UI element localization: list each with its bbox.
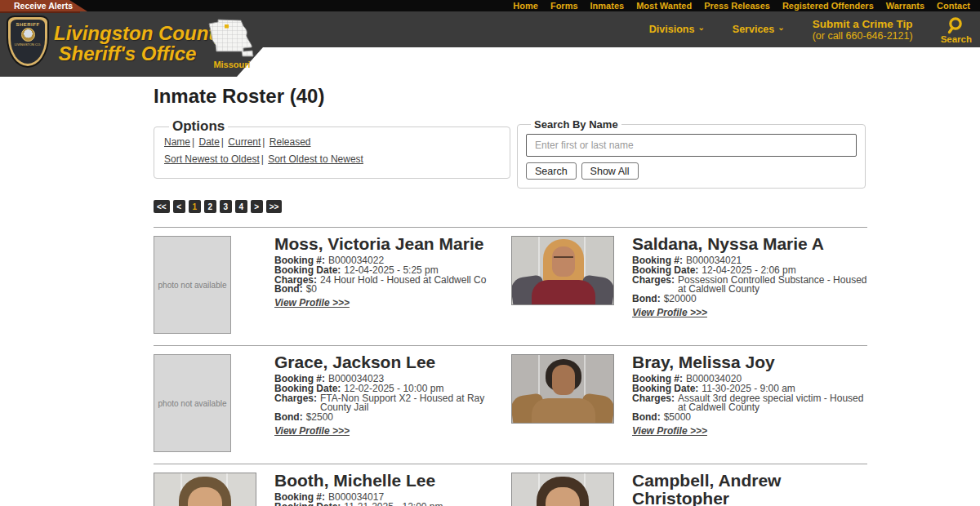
charges: Possession Controlled Substance - Housed… (678, 276, 867, 295)
inmate-name: Campbell, Andrew Christopher (632, 472, 867, 506)
bond: $5000 (664, 413, 691, 423)
inmate-photo (154, 473, 256, 506)
inmate-entry: Saldana, Nyssa Marie A Booking #:B000034… (511, 235, 867, 345)
sort-newest-link[interactable]: Sort Newest to Oldest (164, 153, 265, 165)
inmate-name: Booth, Michelle Lee (274, 472, 511, 490)
org-title: Livingston County Sheriff's Office (54, 23, 201, 64)
view-profile-link[interactable]: View Profile >>> (274, 297, 350, 308)
nav-warrants[interactable]: Warrants (886, 0, 924, 11)
inmate-entry: photo not available Grace, Jackson Lee B… (154, 353, 511, 464)
inmate-entry: photo not available Moss, Victoria Jean … (154, 235, 511, 345)
page-first-button[interactable]: << (154, 200, 170, 213)
receive-alerts-button[interactable]: Receive Alerts (0, 0, 90, 11)
inmate-photo (511, 473, 614, 506)
options-box: Options Name Date Current Released Sort … (154, 118, 510, 179)
inmate-name: Moss, Victoria Jean Marie (274, 235, 511, 253)
roster-row: Booth, Michelle Lee Booking #:B000034017… (154, 464, 867, 506)
page-2-button[interactable]: 2 (204, 200, 216, 213)
filter-released-link[interactable]: Released (270, 136, 311, 148)
sheriff-badge-icon: SHERIFF LIVINGSTON CO. (7, 16, 49, 68)
bond: $0 (306, 285, 317, 295)
inmate-name: Bray, Melissa Joy (632, 353, 867, 371)
sort-links: Sort Newest to Oldest Sort Oldest to New… (164, 153, 500, 165)
view-profile-link[interactable]: View Profile >>> (274, 425, 350, 437)
page-prev-button[interactable]: < (173, 200, 185, 213)
charges: 24 Hour Hold - Housed at Caldwell Co (320, 276, 486, 286)
inmate-photo-placeholder: photo not available (154, 236, 231, 334)
nav-home[interactable]: Home (513, 0, 538, 11)
search-button[interactable]: Search (526, 162, 577, 180)
nav-press-releases[interactable]: Press Releases (704, 0, 770, 11)
view-profile-link[interactable]: View Profile >>> (632, 307, 707, 318)
inmate-photo-placeholder: photo not available (154, 354, 231, 452)
options-legend: Options (169, 118, 228, 135)
view-profile-link[interactable]: View Profile >>> (632, 425, 707, 437)
page-title: Inmate Roster (40) (154, 85, 867, 108)
name-search-input[interactable] (526, 134, 857, 157)
menu-divisions[interactable]: Divisions ⌄ (649, 24, 705, 35)
inmate-entry: Campbell, Andrew Christopher Booking #:B… (511, 472, 867, 506)
charges: FTA-Non Support X2 - Housed at Ray Count… (320, 394, 511, 414)
bond: $20000 (664, 295, 697, 304)
livingston-county-marker (225, 24, 229, 29)
filter-name-link[interactable]: Name (164, 136, 196, 148)
site-header: SHERIFF LIVINGSTON CO. Livingston County… (0, 11, 980, 47)
inmate-photo (511, 236, 614, 305)
main-content: Inmate Roster (40) Options Name Date Cur… (154, 85, 867, 506)
search-by-name-legend: Search By Name (531, 118, 621, 131)
page-4-button[interactable]: 4 (235, 200, 247, 213)
top-bar: Receive Alerts Home Forms Inmates Most W… (0, 0, 980, 11)
nav-registered-offenders[interactable]: Registered Offenders (782, 0, 874, 11)
badge-crest-icon (21, 28, 35, 42)
inmate-entry: Booth, Michelle Lee Booking #:B000034017… (154, 472, 511, 506)
page-1-button[interactable]: 1 (189, 200, 201, 213)
page-last-button[interactable]: >> (266, 200, 283, 213)
charges: Assault 3rd degree special victim - Hous… (678, 394, 867, 414)
roster-row: photo not available Grace, Jackson Lee B… (154, 345, 867, 464)
search-icon (947, 16, 966, 35)
chevron-down-icon: ⌄ (697, 25, 704, 30)
menu-services[interactable]: Services ⌄ (733, 24, 785, 35)
inmate-name: Saldana, Nyssa Marie A (632, 235, 867, 253)
header-search-button[interactable]: Search (941, 16, 975, 44)
search-by-name-box: Search By Name Search Show All (517, 118, 866, 189)
nav-forms[interactable]: Forms (550, 0, 578, 11)
missouri-map-icon (207, 18, 256, 59)
alert-tab-underline (0, 11, 80, 13)
inmate-roster: photo not available Moss, Victoria Jean … (154, 227, 867, 506)
bond: $2500 (306, 413, 333, 423)
submit-crime-tip-link[interactable]: Submit a Crime Tip (or call 660-646-2121… (813, 18, 913, 42)
inmate-entry: Bray, Melissa Joy Booking #:B000034020 B… (511, 353, 867, 464)
page-3-button[interactable]: 3 (220, 200, 232, 213)
chevron-down-icon: ⌄ (777, 25, 784, 30)
roster-row: photo not available Moss, Victoria Jean … (154, 227, 867, 345)
nav-contact[interactable]: Contact (937, 0, 970, 11)
missouri-map: Missouri (206, 18, 258, 69)
pagination: << < 1 2 3 4 > >> (154, 200, 867, 213)
filter-date-link[interactable]: Date (198, 136, 225, 148)
nav-most-wanted[interactable]: Most Wanted (636, 0, 692, 11)
sort-oldest-link[interactable]: Sort Oldest to Newest (268, 153, 363, 165)
page-next-button[interactable]: > (251, 200, 263, 213)
site-logo[interactable]: SHERIFF LIVINGSTON CO. Livingston County… (7, 16, 258, 69)
show-all-button[interactable]: Show All (581, 162, 639, 180)
filter-current-link[interactable]: Current (228, 136, 266, 148)
filter-links: Name Date Current Released (164, 136, 500, 148)
inmate-photo (511, 354, 614, 424)
inmate-name: Grace, Jackson Lee (274, 353, 511, 371)
booking-date: 11-21-2025 - 12:00 pm (344, 503, 443, 506)
nav-inmates[interactable]: Inmates (590, 0, 625, 11)
